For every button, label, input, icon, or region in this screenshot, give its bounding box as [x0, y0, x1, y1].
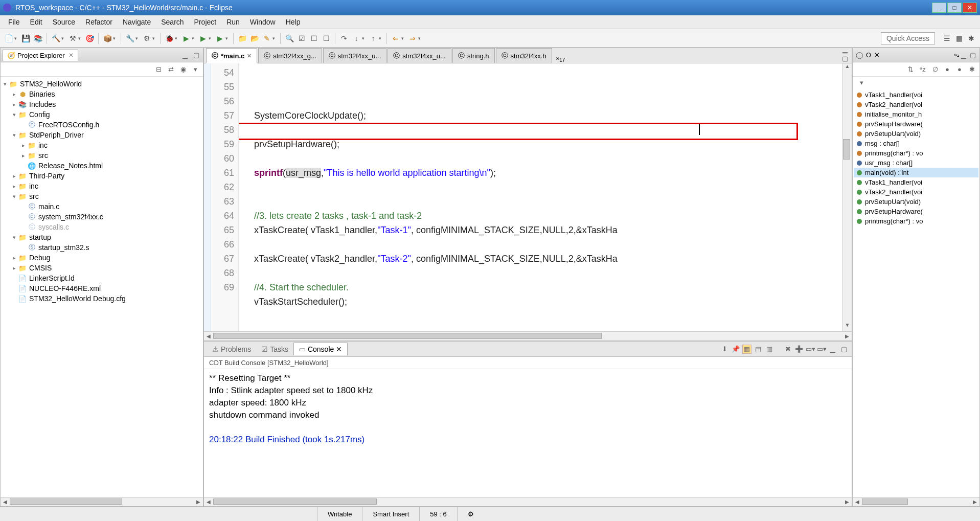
code-line[interactable] — [244, 151, 837, 166]
outline-item[interactable]: vTask2_handler(voi — [854, 187, 978, 197]
tree-node[interactable]: ▾📁startup — [2, 232, 202, 242]
focus-icon[interactable]: ◉ — [178, 65, 188, 74]
max-editor-icon[interactable]: ▢ — [840, 54, 850, 63]
clear-icon[interactable]: ▤ — [754, 345, 763, 354]
code-line[interactable]: SystemCoreClockUpdate(); — [244, 108, 837, 123]
run-icon[interactable]: ▶ — [180, 33, 192, 44]
remove-icon[interactable]: ▥ — [765, 345, 774, 354]
close-outline-icon[interactable]: ✕ — [874, 51, 880, 59]
back-icon[interactable]: ⇐ — [390, 33, 401, 44]
target-icon[interactable]: 🎯 — [84, 33, 95, 44]
display-select-icon[interactable]: ▭▾ — [806, 345, 815, 354]
open-console-icon[interactable]: ▭▾ — [817, 345, 826, 354]
outline-item[interactable]: prvSetupHardware( — [854, 119, 978, 129]
code-line[interactable] — [244, 237, 837, 252]
toggle-icon[interactable]: ☑ — [296, 33, 307, 44]
code-line[interactable] — [244, 266, 837, 280]
editor-tab[interactable]: ⓒstm32f4xx_u... — [323, 48, 387, 63]
editor-tab[interactable]: ⓒstm32f4xx_u... — [388, 48, 451, 63]
tree-node[interactable]: ▾📁StdPeriph_Driver — [2, 130, 202, 140]
tree-node[interactable]: ⓒsystem_stm32f4xx.c — [2, 212, 202, 222]
menu-window[interactable]: Window — [245, 16, 281, 28]
outline-item[interactable]: printmsg(char*) : vo — [854, 216, 978, 226]
close-console-icon[interactable]: ✕ — [336, 345, 342, 353]
terminate-icon[interactable]: ✖ — [783, 345, 792, 354]
code-line[interactable]: sprintf(usr_msg,"This is hello world app… — [244, 166, 837, 180]
save-all-icon[interactable]: 📚 — [32, 33, 43, 44]
editor-tab[interactable]: ⓒstring.h — [452, 48, 495, 63]
code-area[interactable]: SystemCoreClockUpdate(); prvSetupHardwar… — [239, 63, 842, 331]
tree-node[interactable]: ▸📁inc — [2, 140, 202, 150]
tab-overflow[interactable]: »17 — [556, 55, 565, 63]
search-icon[interactable]: 🔍 — [284, 33, 295, 44]
close-tab-icon[interactable]: ✕ — [69, 52, 74, 59]
tree-node[interactable]: ▾📁src — [2, 191, 202, 201]
menu-edit[interactable]: Edit — [25, 16, 48, 28]
chevron-down-icon[interactable]: ▾ — [857, 78, 866, 87]
tree-node[interactable]: 📄NUCLEO-F446RE.xml — [2, 283, 202, 293]
tree-node[interactable]: ⓒsyscalls.c — [2, 222, 202, 232]
tree-node[interactable]: 📄LinkerScript.ld — [2, 273, 202, 283]
debug-icon[interactable]: 🐞 — [164, 33, 175, 44]
editor-tab[interactable]: ⓒstm32f4xx.h — [496, 48, 552, 63]
collapse-all-icon[interactable]: ⊟ — [154, 65, 163, 74]
editor-hscroll[interactable]: ◀▶ — [204, 331, 852, 341]
toggle3-icon[interactable]: ☐ — [321, 33, 332, 44]
menu-help[interactable]: Help — [281, 16, 306, 28]
tree-node[interactable]: ⓢstartup_stm32.s — [2, 242, 202, 253]
code-line[interactable] — [244, 323, 837, 331]
code-line[interactable]: xTaskCreate( vTask1_handler,"Task-1", co… — [244, 223, 837, 237]
open-icon[interactable]: 📁 — [237, 33, 248, 44]
new-console-icon[interactable]: ➕ — [794, 345, 804, 354]
tree-node[interactable]: ▸📚Includes — [2, 99, 202, 109]
filter-icon[interactable]: ᵃz — [918, 65, 927, 74]
tree-node[interactable]: ▸📁Third-Party — [2, 171, 202, 181]
new-icon[interactable]: 📄 — [3, 33, 14, 44]
outline-item[interactable]: prvSetupUart(void) — [854, 129, 978, 139]
link-editor-icon[interactable]: ⇄ — [166, 65, 175, 74]
code-line[interactable]: xTaskCreate( vTask2_handler,"Task-2", co… — [244, 252, 837, 266]
wand-icon[interactable]: ✎ — [261, 33, 272, 44]
max-console-icon[interactable]: ▢ — [839, 345, 849, 354]
maximize-view-icon[interactable]: ▢ — [192, 51, 201, 60]
project-tree[interactable]: ▾📁STM32_HelloWorld▸⬢Binaries▸📚Includes▾📁… — [1, 77, 203, 497]
menu-project[interactable]: Project — [189, 16, 222, 28]
perspective-c-icon[interactable]: ☰ — [941, 33, 952, 44]
outline-item[interactable]: vTask1_handler(voi — [854, 90, 978, 100]
outline-item[interactable]: vTask1_handler(voi — [854, 177, 978, 187]
tree-node[interactable]: ▾📁STM32_HelloWorld — [2, 79, 202, 89]
outline-overflow[interactable]: »₂ — [954, 52, 959, 58]
minimize-button[interactable]: _ — [932, 3, 946, 13]
outline-item[interactable]: prvSetupHardware( — [854, 207, 978, 216]
tree-node[interactable]: ▸📁src — [2, 150, 202, 161]
folding-ruler[interactable] — [204, 63, 211, 331]
editor-tab[interactable]: ⓒ*main.c✕ — [206, 48, 257, 63]
folder-icon[interactable]: 📂 — [249, 33, 260, 44]
wrench-icon[interactable]: 🔧 — [124, 33, 135, 44]
tree-node[interactable]: ▸📁inc — [2, 181, 202, 191]
skip-icon[interactable]: ↷ — [338, 33, 350, 44]
quick-access[interactable]: Quick Access — [881, 32, 935, 44]
minimize-view-icon[interactable]: ▁ — [180, 51, 190, 60]
hide-nonpublic-icon[interactable]: ● — [955, 65, 964, 74]
tree-node[interactable]: ▸⬢Binaries — [2, 89, 202, 99]
outline-menu-icon[interactable]: ✱ — [967, 65, 976, 74]
menu-search[interactable]: Search — [156, 16, 189, 28]
project-explorer-tab[interactable]: 🧭 Project Explorer ✕ — [3, 50, 78, 61]
forward-icon[interactable]: ⇒ — [407, 33, 418, 44]
sort-icon[interactable]: ⇅ — [906, 65, 915, 74]
outline-item[interactable]: msg : char[] — [854, 139, 978, 148]
gear-icon[interactable]: ⚙ — [141, 33, 152, 44]
min-console-icon[interactable]: ▁ — [828, 345, 837, 354]
hammer-icon[interactable]: ⚒ — [67, 33, 78, 44]
perspective-debug-icon[interactable]: ▦ — [953, 33, 965, 44]
code-line[interactable] — [244, 180, 837, 194]
outline-item[interactable]: usr_msg : char[] — [854, 158, 978, 168]
hide-static-icon[interactable]: ● — [943, 65, 952, 74]
outline-item[interactable]: vTask2_handler(voi — [854, 100, 978, 109]
outline-item[interactable]: main(void) : int — [854, 168, 978, 177]
max-outline-icon[interactable]: ▢ — [968, 51, 977, 60]
close-button[interactable]: ✕ — [963, 3, 977, 13]
outline-item[interactable]: prvSetupUart(void) — [854, 197, 978, 207]
menu-run[interactable]: Run — [221, 16, 245, 28]
